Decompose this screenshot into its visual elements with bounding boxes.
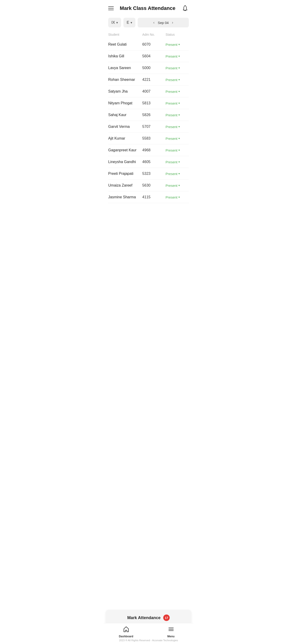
student-adm: 5583 xyxy=(142,136,166,140)
student-adm: 4968 xyxy=(142,148,166,152)
student-name: Lineysha Gandhi xyxy=(108,160,142,164)
menu-label: Menu xyxy=(168,635,174,638)
student-name: Rohan Sheemar xyxy=(108,78,142,82)
status-label: Present xyxy=(166,160,178,164)
class-dropdown-icon: ▾ xyxy=(116,21,118,24)
student-status-dropdown[interactable]: Present ▾ xyxy=(166,42,189,46)
status-chevron-icon: ▾ xyxy=(178,160,180,164)
student-name: Lavya Sareen xyxy=(108,66,142,70)
status-chevron-icon: ▾ xyxy=(178,66,180,70)
status-label: Present xyxy=(166,136,178,140)
col-header-student: Student xyxy=(108,33,142,36)
table-row[interactable]: Preeti Prajapati 5323 Present ▾ xyxy=(108,168,189,180)
mark-attendance-label: Mark Attendance xyxy=(127,616,160,620)
student-status-dropdown[interactable]: Present ▾ xyxy=(166,184,189,188)
date-prev-button[interactable]: ‹ xyxy=(152,20,156,25)
table-row[interactable]: Gaganpreet Kaur 4968 Present ▾ xyxy=(108,144,189,156)
student-status-dropdown[interactable]: Present ▾ xyxy=(166,172,189,176)
date-navigator: ‹ Sep 04 › xyxy=(138,18,189,28)
status-label: Present xyxy=(166,66,178,70)
nav-menu[interactable]: Menu xyxy=(148,626,194,638)
table-row[interactable]: Rohan Sheemar 4221 Present ▾ xyxy=(108,74,189,86)
student-adm: 4007 xyxy=(142,89,166,94)
status-label: Present xyxy=(166,125,178,129)
student-status-dropdown[interactable]: Present ▾ xyxy=(166,195,189,199)
student-adm: 4605 xyxy=(142,160,166,164)
status-chevron-icon: ▾ xyxy=(178,184,180,187)
student-status-dropdown[interactable]: Present ▾ xyxy=(166,136,189,140)
status-label: Present xyxy=(166,148,178,152)
student-adm: 4221 xyxy=(142,78,166,82)
status-chevron-icon: ▾ xyxy=(178,137,180,140)
footer-copyright: 2023 ® All Rights Reserved - Accevate Te… xyxy=(104,639,194,644)
status-chevron-icon: ▾ xyxy=(178,196,180,199)
student-adm: 5813 xyxy=(142,101,166,105)
menu-icon xyxy=(168,626,174,634)
table-header: Student Adm No. Status xyxy=(104,31,194,39)
status-chevron-icon: ▾ xyxy=(178,113,180,116)
student-status-dropdown[interactable]: Present ▾ xyxy=(166,125,189,129)
student-name: Preeti Prajapati xyxy=(108,172,142,176)
table-row[interactable]: Lavya Sareen 5000 Present ▾ xyxy=(108,62,189,74)
nav-dashboard[interactable]: Dashboard xyxy=(104,626,148,638)
table-row[interactable]: Sahaj Kaur 5826 Present ▾ xyxy=(108,109,189,121)
student-name: Nityam Phogat xyxy=(108,101,142,105)
student-status-dropdown[interactable]: Present ▾ xyxy=(166,78,189,82)
status-label: Present xyxy=(166,90,178,94)
student-adm: 6070 xyxy=(142,42,166,46)
status-label: Present xyxy=(166,172,178,176)
status-label: Present xyxy=(166,54,178,58)
student-name: Garvit Verma xyxy=(108,124,142,129)
table-row[interactable]: Satyam Jha 4007 Present ▾ xyxy=(108,86,189,98)
svg-point-0 xyxy=(185,5,186,6)
student-adm: 5826 xyxy=(142,113,166,117)
section-value: E xyxy=(127,20,129,25)
student-status-dropdown[interactable]: Present ▾ xyxy=(166,113,189,117)
student-status-dropdown[interactable]: Present ▾ xyxy=(166,101,189,105)
table-row[interactable]: Jasmine Sharma 4115 Present ▾ xyxy=(108,192,189,203)
bottom-nav-row: Dashboard Menu xyxy=(104,623,194,639)
status-chevron-icon: ▾ xyxy=(178,78,180,81)
status-label: Present xyxy=(166,113,178,117)
table-row[interactable]: Reet Gulati 6070 Present ▾ xyxy=(108,39,189,50)
class-select[interactable]: IX ▾ xyxy=(108,18,121,28)
student-status-dropdown[interactable]: Present ▾ xyxy=(166,66,189,70)
class-value: IX xyxy=(112,20,115,25)
table-row[interactable]: Ajit Kumar 5583 Present ▾ xyxy=(108,133,189,144)
table-row[interactable]: Umaiza Zareef 5630 Present ▾ xyxy=(108,180,189,192)
home-icon xyxy=(123,626,130,634)
filters-row: IX ▾ E ▾ ‹ Sep 04 › xyxy=(104,14,194,31)
table-row[interactable]: Nityam Phogat 5813 Present ▾ xyxy=(108,98,189,109)
student-status-dropdown[interactable]: Present ▾ xyxy=(166,160,189,164)
status-label: Present xyxy=(166,101,178,105)
student-adm: 5604 xyxy=(142,54,166,58)
student-status-dropdown[interactable]: Present ▾ xyxy=(166,90,189,94)
date-next-button[interactable]: › xyxy=(170,20,174,25)
table-row[interactable]: Garvit Verma 5707 Present ▾ xyxy=(108,121,189,133)
col-header-adm: Adm No. xyxy=(142,33,166,36)
notification-bell-icon[interactable] xyxy=(182,4,189,12)
status-chevron-icon: ▾ xyxy=(178,54,180,58)
student-status-dropdown[interactable]: Present ▾ xyxy=(166,54,189,58)
student-adm: 5000 xyxy=(142,66,166,70)
bottom-nav-area: Dashboard Menu 2023 ® All Rights Reserve… xyxy=(104,623,194,644)
student-name: Reet Gulati xyxy=(108,42,142,46)
date-display: Sep 04 xyxy=(158,21,169,25)
section-dropdown-icon: ▾ xyxy=(130,21,132,24)
section-select[interactable]: E ▾ xyxy=(124,18,136,28)
table-row[interactable]: Ishika Gill 5604 Present ▾ xyxy=(108,50,189,62)
student-name: Ajit Kumar xyxy=(108,136,142,140)
student-name: Gaganpreet Kaur xyxy=(108,148,142,152)
student-name: Jasmine Sharma xyxy=(108,195,142,199)
status-label: Present xyxy=(166,184,178,188)
student-adm: 4115 xyxy=(142,195,166,199)
status-label: Present xyxy=(166,78,178,82)
student-status-dropdown[interactable]: Present ▾ xyxy=(166,148,189,152)
table-row[interactable]: Lineysha Gandhi 4605 Present ▾ xyxy=(108,156,189,168)
status-chevron-icon: ▾ xyxy=(178,125,180,128)
page-title: Mark Class Attendance xyxy=(114,5,182,11)
hamburger-menu[interactable] xyxy=(108,6,114,10)
student-adm: 5630 xyxy=(142,183,166,188)
student-adm: 5323 xyxy=(142,172,166,176)
student-adm: 5707 xyxy=(142,124,166,129)
